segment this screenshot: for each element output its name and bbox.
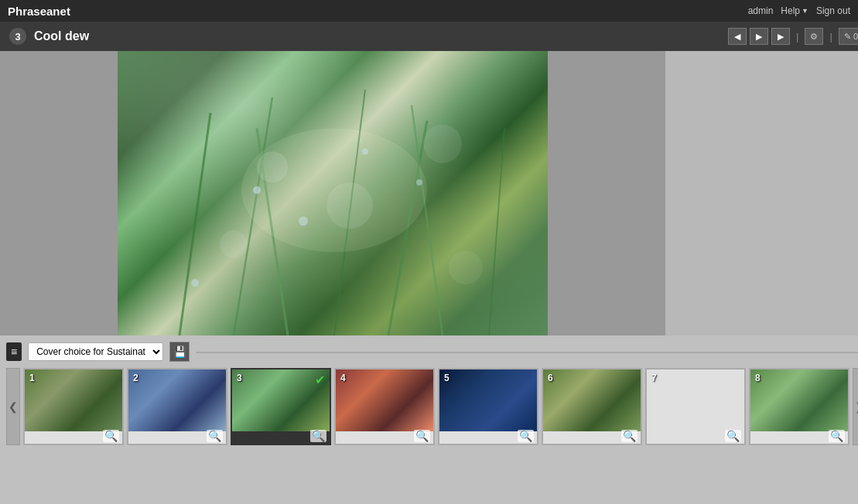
filmstrip-scroll: ❮ 1🔍2🔍✔3🔍4🔍5🔍6🔍7🔍8🔍 ❯ (6, 368, 858, 445)
last-button[interactable]: ▶ (771, 28, 790, 45)
film-num-3: 3 (237, 373, 242, 383)
svg-point-10 (220, 230, 248, 258)
film-zoom-8[interactable]: 🔍 (829, 430, 845, 442)
film-num-7: 7 (651, 373, 657, 383)
edit-count: 0 (853, 32, 858, 41)
filmstrip-divider (196, 352, 858, 353)
top-navigation: admin Help ▼ Sign out (748, 5, 850, 16)
film-num-5: 5 (444, 373, 450, 383)
save-button[interactable]: 💾 (169, 342, 190, 362)
filmstrip-item-4[interactable]: 4🔍 (334, 368, 435, 445)
svg-line-6 (489, 128, 504, 335)
film-num-8: 8 (755, 373, 761, 383)
film-zoom-4[interactable]: 🔍 (414, 430, 430, 442)
help-link[interactable]: Help ▼ (781, 5, 808, 16)
filmstrip-item-3[interactable]: ✔3🔍 (231, 368, 331, 445)
film-zoom-2[interactable]: 🔍 (207, 430, 223, 442)
image-container (0, 51, 665, 335)
main-panel: 3 Cool dew ◀ ▶ ▶ | ⚙ | ✎ 0 (0, 22, 858, 504)
film-zoom-6[interactable]: 🔍 (621, 430, 638, 442)
film-zoom-3[interactable]: 🔍 (310, 430, 326, 442)
film-thumb-6 (543, 369, 641, 431)
item-badge: 3 (9, 28, 26, 45)
filmstrip-item-1[interactable]: 1🔍 (23, 368, 124, 445)
film-num-6: 6 (548, 373, 553, 383)
svg-line-0 (179, 113, 210, 335)
svg-point-11 (449, 250, 483, 284)
list-view-button[interactable]: ≡ (6, 342, 22, 361)
film-zoom-5[interactable]: 🔍 (518, 430, 534, 442)
filmstrip-prev-button[interactable]: ❮ (6, 368, 20, 445)
filmstrip-area: ≡ Cover choice for Sustainat 💾 ❮ 1🔍2🔍✔3🔍… (0, 335, 858, 504)
filmstrip-item-7[interactable]: 7🔍 (645, 368, 746, 445)
filmstrip-item-5[interactable]: 5🔍 (438, 368, 538, 445)
separator2: | (829, 31, 832, 43)
content-area: 3 Cool dew ◀ ▶ ▶ | ⚙ | ✎ 0 (0, 22, 858, 504)
edit-icon: ✎ (844, 32, 851, 42)
cover-choice-dropdown[interactable]: Cover choice for Sustainat (28, 342, 163, 361)
filmstrip-item-8[interactable]: 8🔍 (749, 368, 849, 445)
viewer-header: 3 Cool dew ◀ ▶ ▶ | ⚙ | ✎ 0 (0, 22, 858, 51)
svg-point-17 (241, 128, 427, 252)
topbar: Phraseanet admin Help ▼ Sign out (0, 0, 858, 22)
image-title: Cool dew (34, 29, 720, 43)
filmstrip-items: 1🔍2🔍✔3🔍4🔍5🔍6🔍7🔍8🔍 (23, 368, 849, 445)
film-thumb-2 (128, 369, 226, 431)
main-image (118, 51, 548, 335)
filmstrip-item-6[interactable]: 6🔍 (542, 368, 642, 445)
film-thumb-5 (439, 369, 537, 431)
filmstrip-item-2[interactable]: 2🔍 (127, 368, 227, 445)
filmstrip-next-button[interactable]: ❯ (853, 368, 858, 445)
signout-link[interactable]: Sign out (816, 5, 850, 16)
film-num-2: 2 (133, 373, 138, 383)
admin-link[interactable]: admin (748, 5, 774, 16)
film-check-3: ✔ (315, 373, 325, 387)
film-thumb-4 (336, 369, 433, 431)
svg-point-16 (191, 279, 199, 287)
film-thumb-1 (25, 369, 122, 431)
film-thumb-8 (750, 369, 848, 431)
image-svg (118, 51, 548, 335)
next-button[interactable]: ▶ (750, 28, 768, 45)
film-thumb-7 (647, 369, 744, 431)
viewer-controls: ◀ ▶ ▶ | ⚙ | ✎ 0 (728, 28, 858, 45)
svg-point-9 (423, 124, 462, 163)
help-caret-icon: ▼ (802, 7, 808, 15)
film-num-1: 1 (29, 373, 35, 383)
settings-button[interactable]: ⚙ (805, 28, 823, 45)
film-zoom-7[interactable]: 🔍 (725, 430, 741, 442)
film-zoom-1[interactable]: 🔍 (103, 430, 119, 442)
film-num-4: 4 (340, 373, 346, 383)
separator: | (796, 31, 798, 43)
prev-button[interactable]: ◀ (728, 28, 747, 45)
brand-logo: Phraseanet (8, 5, 70, 18)
filmstrip-toolbar: ≡ Cover choice for Sustainat 💾 (6, 342, 858, 362)
edit-button[interactable]: ✎ 0 (839, 28, 858, 45)
